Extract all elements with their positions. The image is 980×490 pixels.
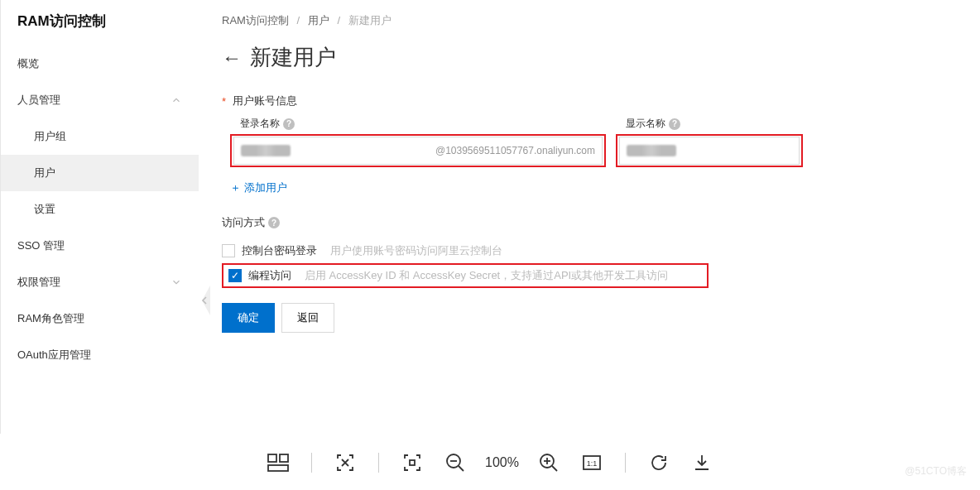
help-icon[interactable]: ? [283, 118, 295, 130]
sidebar-item-users[interactable]: 用户 [1, 155, 199, 191]
redacted-text [241, 145, 291, 156]
main-content: RAM访问控制 / 用户 / 新建用户 ← 新建用户 * 用户账号信息 登录名称… [199, 0, 980, 434]
plus-icon: ＋ [230, 180, 241, 195]
account-section-label: * 用户账号信息 [222, 94, 963, 108]
layout-icon[interactable] [265, 449, 291, 476]
access-section-label: 访问方式 ? [222, 215, 963, 230]
sidebar: RAM访问控制 概览 人员管理 用户组 用户 设置 SSO 管理 权限管理 RA… [0, 0, 199, 434]
program-access-row[interactable]: ✓ 编程访问 启用 AccessKey ID 和 AccessKey Secre… [228, 268, 668, 283]
zoom-level: 100% [485, 455, 519, 470]
sidebar-item-overview[interactable]: 概览 [1, 46, 199, 82]
display-name-input[interactable] [619, 137, 800, 165]
sidebar-collapse-handle[interactable] [199, 286, 210, 315]
login-name-input[interactable]: @1039569511057767.onaliyun.com [233, 137, 603, 165]
back-button[interactable]: 返回 [281, 303, 334, 333]
rotate-icon[interactable] [646, 449, 672, 476]
add-user-button[interactable]: ＋ 添加用户 [222, 175, 963, 210]
svg-text:1:1: 1:1 [587, 459, 598, 468]
console-login-row[interactable]: 控制台密码登录 用户使用账号密码访问阿里云控制台 [222, 238, 963, 263]
display-name-highlight [616, 134, 803, 167]
sidebar-item-ram-roles[interactable]: RAM角色管理 [1, 300, 199, 337]
zoom-in-icon[interactable] [536, 449, 562, 476]
help-icon[interactable]: ? [268, 217, 280, 228]
display-name-label: 显示名称 ? [616, 117, 803, 131]
sidebar-item-settings[interactable]: 设置 [1, 191, 199, 228]
login-name-label: 登录名称 ? [230, 117, 606, 131]
program-checkbox[interactable]: ✓ [228, 269, 242, 282]
login-suffix: @1039569511057767.onaliyun.com [435, 145, 595, 156]
chevron-up-icon [171, 94, 182, 106]
sidebar-item-permissions[interactable]: 权限管理 [1, 264, 199, 300]
confirm-button[interactable]: 确定 [222, 303, 275, 333]
help-icon[interactable]: ? [669, 118, 680, 130]
bottom-toolbar: 100% 1:1 [0, 434, 980, 490]
sidebar-title: RAM访问控制 [1, 0, 199, 46]
watermark: @51CTO博客 [905, 464, 967, 478]
login-name-highlight: @1039569511057767.onaliyun.com [230, 134, 606, 167]
page-title: 新建用户 [250, 43, 336, 72]
zoom-out-icon[interactable] [442, 449, 468, 476]
download-icon[interactable] [689, 449, 715, 476]
sidebar-item-personnel[interactable]: 人员管理 [1, 82, 199, 118]
breadcrumb-mid[interactable]: 用户 [308, 14, 329, 26]
svg-rect-1 [280, 454, 288, 462]
scan-icon[interactable] [332, 449, 358, 476]
redacted-text [627, 145, 676, 156]
sidebar-item-user-groups[interactable]: 用户组 [1, 118, 199, 155]
breadcrumb: RAM访问控制 / 用户 / 新建用户 [222, 10, 963, 43]
svg-rect-2 [268, 465, 288, 471]
sidebar-item-sso[interactable]: SSO 管理 [1, 228, 199, 264]
svg-rect-0 [268, 454, 276, 462]
back-arrow-icon[interactable]: ← [222, 46, 242, 70]
actual-size-icon[interactable]: 1:1 [579, 449, 605, 476]
fit-screen-icon[interactable] [399, 449, 425, 476]
chevron-down-icon [171, 276, 182, 288]
svg-line-8 [552, 466, 557, 471]
program-access-highlight: ✓ 编程访问 启用 AccessKey ID 和 AccessKey Secre… [222, 263, 709, 288]
breadcrumb-current: 新建用户 [348, 14, 392, 26]
breadcrumb-root[interactable]: RAM访问控制 [222, 14, 289, 26]
console-checkbox[interactable] [222, 244, 235, 257]
svg-line-5 [459, 466, 464, 471]
svg-rect-3 [410, 460, 415, 465]
sidebar-item-oauth[interactable]: OAuth应用管理 [1, 337, 199, 373]
